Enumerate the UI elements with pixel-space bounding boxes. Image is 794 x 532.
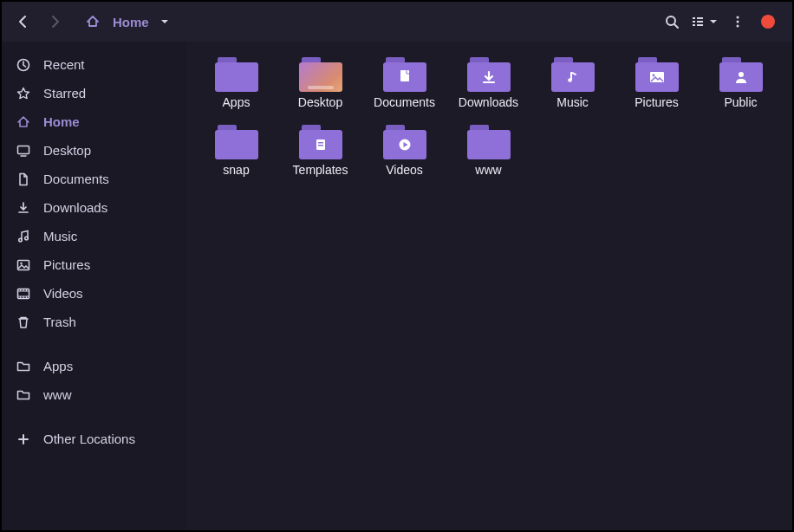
folder-label: snap [223,163,249,177]
svg-point-9 [737,25,739,28]
star-icon [16,87,31,101]
svg-rect-24 [318,145,323,146]
sidebar-item-label: Videos [43,286,83,301]
recording-indicator-icon [761,15,775,29]
sidebar-item-documents[interactable]: Documents [2,165,187,193]
sidebar-item-label: Desktop [43,143,91,158]
svg-rect-6 [697,24,703,26]
home-path-icon[interactable] [78,7,107,36]
hamburger-menu-button[interactable] [723,7,752,36]
sidebar: RecentStarredHomeDesktopDocumentsDownloa… [2,42,187,530]
folder-label: Videos [386,163,423,177]
folder-icon [383,57,426,92]
svg-rect-17 [400,70,409,81]
folder-icon [299,57,342,92]
folder-item-apps[interactable]: Apps [194,57,278,109]
breadcrumb-current[interactable]: Home [113,15,149,29]
main-content: AppsDesktopDocumentsDownloadsMusicPictur… [187,42,792,530]
folder-icon [16,388,31,402]
svg-point-8 [737,21,739,23]
video-icon [16,287,31,301]
path-dropdown-icon[interactable] [154,7,175,36]
sidebar-item-desktop[interactable]: Desktop [2,136,187,165]
forward-button[interactable] [40,7,69,36]
folder-icon [299,125,342,159]
folder-item-documents[interactable]: Documents [362,57,446,109]
view-toggle-button[interactable] [688,7,721,36]
desktop-icon [16,144,31,158]
folder-icon [215,57,258,92]
sidebar-item-label: Other Locations [43,431,135,446]
plus-icon [16,432,31,446]
folder-label: Documents [374,95,435,109]
svg-rect-2 [697,17,703,19]
svg-point-12 [19,238,23,242]
folder-item-www[interactable]: www [446,125,530,177]
svg-rect-5 [693,24,695,26]
svg-rect-23 [318,142,323,144]
sidebar-item-downloads[interactable]: Downloads [2,193,187,222]
svg-rect-11 [18,146,29,153]
sidebar-item-trash[interactable]: Trash [2,308,187,336]
search-button[interactable] [657,7,687,36]
back-button[interactable] [9,7,38,36]
sidebar-item-label: Home [43,114,80,129]
svg-rect-14 [18,260,29,269]
sidebar-item-home[interactable]: Home [2,107,187,136]
folder-label: Desktop [298,95,342,109]
sidebar-item-label: Pictures [43,257,90,272]
folder-label: Downloads [459,95,518,109]
sidebar-item-starred[interactable]: Starred [2,79,187,107]
svg-rect-1 [693,17,695,19]
svg-rect-3 [693,21,695,23]
folder-item-videos[interactable]: Videos [362,125,446,177]
folder-label: Music [556,95,589,109]
picture-icon [16,258,31,272]
trash-icon [16,315,31,329]
sidebar-item-apps[interactable]: Apps [2,352,187,380]
folder-label: Templates [293,163,348,177]
svg-point-21 [739,72,744,77]
folder-icon [383,125,426,159]
doc-icon [16,172,31,186]
toolbar: Home [2,2,792,42]
folder-item-pictures[interactable]: Pictures [615,57,699,109]
sidebar-item-label: www [43,387,72,402]
svg-rect-4 [697,21,703,23]
sidebar-item-pictures[interactable]: Pictures [2,250,187,279]
music-icon [16,230,31,243]
sidebar-item-music[interactable]: Music [2,222,187,250]
folder-icon [635,57,679,92]
sidebar-item-recent[interactable]: Recent [2,50,187,79]
folder-label: www [475,163,501,177]
sidebar-item-label: Documents [43,172,109,186]
clock-icon [16,58,31,72]
sidebar-item-label: Apps [43,359,73,373]
folder-icon [16,360,31,373]
svg-point-20 [652,75,654,77]
folder-icon [215,125,258,159]
svg-point-7 [737,16,739,19]
folder-label: Apps [223,95,251,109]
folder-item-snap[interactable]: snap [194,125,278,177]
sidebar-item-label: Downloads [43,200,107,215]
sidebar-item-label: Trash [43,315,76,329]
sidebar-item-videos[interactable]: Videos [2,279,187,308]
sidebar-item-other-locations[interactable]: Other Locations [2,425,187,453]
home-icon [16,115,31,129]
folder-item-downloads[interactable]: Downloads [446,57,530,109]
sidebar-item-label: Music [43,229,77,243]
folder-item-music[interactable]: Music [530,57,615,109]
sidebar-item-www[interactable]: www [2,380,187,409]
folder-item-templates[interactable]: Templates [278,125,362,177]
folder-label: Pictures [635,95,679,109]
download-icon [16,201,31,215]
folder-icon [467,57,511,92]
svg-point-13 [25,237,29,240]
folder-item-desktop[interactable]: Desktop [278,57,362,109]
folder-label: Public [724,95,757,109]
folder-icon [467,125,511,159]
folder-icon [719,57,763,92]
folder-item-public[interactable]: Public [699,57,783,109]
folder-icon [551,57,595,92]
